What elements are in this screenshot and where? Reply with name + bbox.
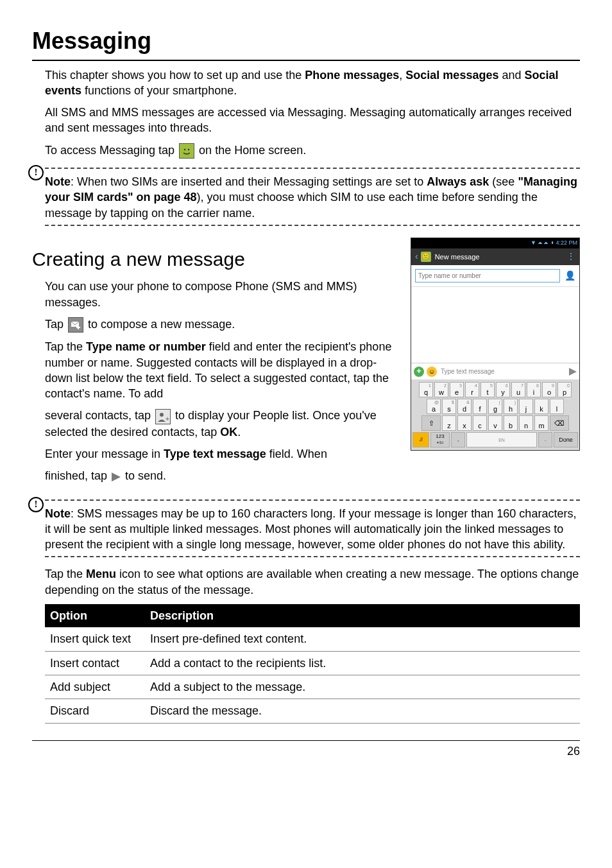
key-r[interactable]: r4: [465, 382, 479, 397]
key-n[interactable]: n: [519, 415, 533, 431]
key-q[interactable]: q1: [419, 382, 433, 397]
key-a[interactable]: a@: [427, 399, 441, 414]
svg-point-1: [188, 149, 190, 151]
compose-icon: [68, 317, 83, 333]
add-contact-icon: +: [155, 409, 171, 424]
key-e[interactable]: e3: [450, 382, 464, 397]
table-row: Insert quick textInsert pre-defined text…: [45, 627, 580, 651]
key-o[interactable]: o9: [542, 382, 556, 397]
key-k[interactable]: k: [534, 399, 548, 414]
phone-header-title: New message: [435, 252, 566, 262]
alert-icon: !: [28, 165, 44, 180]
svg-rect-4: [76, 327, 80, 328]
note-sms-length: ! Note: SMS messages may be up to 160 ch…: [32, 499, 580, 558]
phone-header: ‹ New message ⋮: [411, 248, 579, 265]
table-row: Insert contactAdd a contact to the recip…: [45, 651, 580, 675]
keyboard: q1w2e3r4t5y6u7i8o9p0 a@s$d&fg(h)jkl ⇧ zx…: [411, 379, 579, 450]
page-number: 26: [32, 740, 580, 759]
intro-p3: To access Messaging tap on the Home scre…: [45, 143, 580, 159]
intro-p1: This chapter shows you how to set up and…: [45, 67, 580, 99]
key-b[interactable]: b: [504, 415, 518, 431]
key-i[interactable]: i8: [527, 382, 541, 397]
key-f[interactable]: f: [473, 399, 487, 414]
back-icon[interactable]: ‹: [415, 250, 418, 263]
key-c[interactable]: c: [473, 415, 487, 431]
options-table: Option Description Insert quick textInse…: [45, 604, 580, 723]
period-key[interactable]: .: [538, 432, 552, 447]
key-d[interactable]: d&: [457, 399, 472, 414]
create-p1: You can use your phone to compose Phone …: [45, 279, 399, 310]
send-icon[interactable]: [569, 368, 577, 376]
alert-icon: !: [28, 497, 44, 512]
phone-screenshot: ▼ ⏶⏶ ▮ 4:22 PM ‹ New message ⋮ 👤 + ☺ Typ…: [411, 238, 580, 451]
key-x[interactable]: x: [457, 415, 472, 431]
key-m[interactable]: m: [534, 415, 548, 431]
key-p[interactable]: p0: [557, 382, 572, 397]
key-u[interactable]: u7: [511, 382, 525, 397]
space-key[interactable]: EN: [466, 432, 537, 447]
attach-icon[interactable]: +: [414, 367, 424, 377]
messaging-app-icon: [421, 252, 431, 262]
phone-status-bar: ▼ ⏶⏶ ▮ 4:22 PM: [411, 238, 579, 248]
add-contact-icon[interactable]: 👤: [564, 270, 575, 281]
key-g[interactable]: g(: [488, 399, 502, 414]
col-description: Description: [145, 604, 580, 627]
numeric-key[interactable]: 123+!=: [430, 432, 450, 447]
col-option: Option: [45, 604, 145, 627]
emoji-icon[interactable]: ☺: [427, 367, 437, 377]
backspace-key[interactable]: ⌫: [550, 415, 569, 431]
menu-paragraph: Tap the Menu icon to see what options ar…: [45, 566, 580, 598]
shift-key[interactable]: ⇧: [421, 415, 441, 431]
message-thread-area: [411, 287, 579, 363]
message-input[interactable]: Type text message: [439, 366, 566, 378]
done-key[interactable]: Done: [554, 432, 578, 447]
svg-point-5: [160, 413, 164, 417]
messaging-app-icon: [179, 143, 194, 159]
section-title: Creating a new message: [32, 247, 399, 273]
table-row: DiscardDiscard the message.: [45, 699, 580, 723]
swype-key[interactable]: 𝓢: [412, 432, 429, 447]
key-l[interactable]: l: [550, 399, 564, 414]
svg-point-0: [184, 149, 186, 151]
key-h[interactable]: h): [504, 399, 518, 414]
key-s[interactable]: s$: [442, 399, 456, 414]
table-row: Add subjectAdd a subject to the message.: [45, 675, 580, 699]
key-j[interactable]: j: [519, 399, 533, 414]
recipient-input[interactable]: [415, 269, 560, 282]
create-p4: several contacts, tap + to display your …: [45, 408, 399, 440]
key-v[interactable]: v: [488, 415, 502, 431]
create-p5: Enter your message in Type text message …: [45, 446, 399, 462]
svg-text:+: +: [166, 415, 169, 422]
key-y[interactable]: y6: [496, 382, 510, 397]
comma-key[interactable]: ,: [451, 432, 465, 447]
key-t[interactable]: t5: [480, 382, 495, 397]
create-p2: Tap to compose a new message.: [45, 317, 399, 333]
send-icon: [112, 473, 121, 482]
intro-p2: All SMS and MMS messages are accessed vi…: [45, 105, 580, 136]
key-z[interactable]: z: [442, 415, 456, 431]
create-p3: Tap the Type name or number field and en…: [45, 339, 399, 401]
note-sim: ! Note: When two SIMs are inserted and t…: [32, 168, 580, 226]
key-w[interactable]: w2: [434, 382, 448, 397]
page-title: Messaging: [32, 26, 580, 61]
create-p6: finished, tap to send.: [45, 468, 399, 483]
menu-icon[interactable]: ⋮: [566, 250, 575, 263]
